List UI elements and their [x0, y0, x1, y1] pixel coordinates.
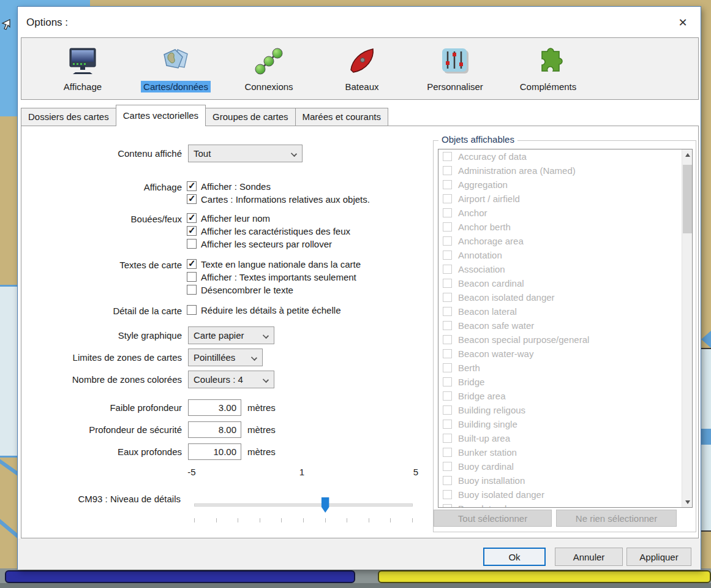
checkbox-icon: [443, 307, 452, 316]
close-icon[interactable]: ✕: [675, 15, 691, 30]
zones-colorees-select[interactable]: Couleurs : 4: [188, 371, 274, 388]
objects-groupbox-title: Objets affichables: [438, 134, 517, 145]
checkbox-textes-importants[interactable]: Afficher : Textes importants seulement: [187, 271, 356, 283]
list-item: Beacon special purpose/general: [438, 333, 692, 347]
list-item: Accuracy of data: [438, 149, 692, 164]
select-all-button: Tout sélectionner: [434, 510, 552, 527]
toolbar-item-complements[interactable]: Compléments: [502, 44, 595, 92]
slider-track[interactable]: [194, 503, 413, 507]
checkbox-icon: [187, 305, 197, 315]
eaux-profondes-label: Eaux profondes: [42, 447, 182, 457]
cm93-detail-slider[interactable]: [194, 497, 413, 517]
chart-piano-key-navy[interactable]: [5, 570, 355, 583]
group-label-affichage: Affichage: [42, 182, 182, 192]
toolbar-item-personnaliser[interactable]: Personnaliser: [408, 44, 502, 92]
zones-colorees-label: Nombre de zones colorées: [42, 374, 182, 385]
list-item: Beacon cardinal: [438, 276, 692, 290]
checkbox-icon: [443, 405, 452, 415]
checkbox-afficher-sondes[interactable]: Afficher : Sondes: [187, 180, 271, 192]
checkbox-reduire-details[interactable]: Réduire les détails à petite échelle: [187, 304, 340, 316]
checkbox-icon: [187, 213, 197, 223]
list-item: Buoy isolated danger: [438, 488, 692, 502]
toolbar-item-affichage[interactable]: Affichage: [36, 44, 129, 92]
list-item: Beacon water-way: [438, 347, 692, 361]
checkbox-secteurs-rollover[interactable]: Afficher les secteurs par rollover: [187, 238, 332, 250]
checkbox-icon: [443, 434, 452, 443]
scrollbar-thumb[interactable]: [683, 165, 692, 233]
dialog-footer: Ok Annuler Appliquer: [18, 538, 701, 570]
checkbox-icon: [443, 166, 452, 175]
list-item: Building religous: [438, 403, 692, 417]
checkbox-icon: [443, 152, 452, 161]
toolbar-label: Compléments: [517, 81, 579, 92]
checkbox-icon: [443, 335, 452, 344]
checkbox-icon: [443, 363, 452, 372]
checkbox-icon: [187, 226, 197, 236]
content-select-label: Contenu affiché: [42, 148, 182, 159]
list-item: Beacon safe water: [438, 318, 692, 333]
checkbox-desencombrer-texte[interactable]: Désencombrer le texte: [187, 284, 293, 296]
checkbox-texte-langue-nationale[interactable]: Texte en langue nationale dans la carte: [187, 258, 361, 270]
toolbar-label: Cartes/données: [141, 81, 211, 92]
profondeur-securite-input[interactable]: [188, 421, 241, 438]
tab-groupes-de-cartes[interactable]: Groupes de cartes: [205, 108, 295, 126]
tab-dossiers-des-cartes[interactable]: Dossiers des cartes: [21, 108, 116, 126]
eaux-profondes-unit: mètres: [247, 447, 276, 457]
list-item: Airport / airfield: [438, 192, 692, 206]
sliders-icon: [438, 44, 472, 78]
checkbox-icon: [443, 180, 452, 189]
charts-icon: [159, 44, 193, 78]
list-item: Buoy cardinal: [438, 459, 692, 473]
checkbox-icon: [443, 476, 452, 485]
chevron-down-icon: [291, 151, 297, 157]
map-water-right: [701, 429, 711, 445]
eaux-profondes-input[interactable]: [188, 443, 241, 460]
list-item: Bunker station: [438, 445, 692, 459]
slider-thumb[interactable]: [322, 497, 329, 513]
cancel-button[interactable]: Annuler: [555, 548, 623, 566]
checkbox-caracteristiques-feux[interactable]: Afficher les caractéristiques des feux: [187, 225, 350, 237]
apply-button[interactable]: Appliquer: [626, 548, 691, 566]
slider-max-label: 5: [413, 467, 418, 477]
list-item: Administration area (Named): [438, 164, 692, 178]
scroll-down-icon[interactable]: [682, 497, 693, 507]
faible-profondeur-input[interactable]: [188, 399, 241, 416]
tab-strip: Dossiers des cartes Cartes vectorielles …: [21, 106, 388, 126]
scroll-up-icon[interactable]: [682, 149, 693, 160]
scrollbar[interactable]: [682, 149, 692, 507]
checkbox-afficher-leur-nom[interactable]: Afficher leur nom: [187, 212, 270, 224]
chevron-down-icon: [263, 333, 269, 339]
ok-button[interactable]: Ok: [483, 548, 546, 566]
chart-piano-key-yellow[interactable]: [378, 570, 711, 583]
style-graphique-select[interactable]: Carte papier: [188, 326, 274, 344]
chevron-down-icon: [263, 377, 269, 383]
checkbox-icon: [187, 239, 197, 249]
checkbox-icon: [187, 272, 197, 282]
objects-list[interactable]: Accuracy of data Administration area (Na…: [438, 149, 693, 508]
list-item: Beacon isolated danger: [438, 290, 692, 304]
checkbox-icon: [187, 285, 197, 295]
checkbox-cartes-informations[interactable]: Cartes : Informations relatives aux obje…: [187, 193, 370, 205]
content-select[interactable]: Tout: [188, 145, 303, 162]
toolbar-item-cartes-donnees[interactable]: Cartes/données: [129, 44, 222, 92]
limites-zones-select[interactable]: Pointillées: [188, 349, 263, 366]
list-item: Anchorage area: [438, 234, 692, 248]
dialog-title: Options :: [26, 17, 68, 29]
checkbox-icon: [443, 194, 452, 203]
profondeur-securite-unit: mètres: [247, 424, 276, 435]
chevron-down-icon: [251, 355, 257, 361]
list-item: Beacon lateral: [438, 304, 692, 318]
connections-icon: [252, 44, 286, 78]
title-bar[interactable]: Options : ✕: [18, 7, 701, 37]
list-item: Anchor berth: [438, 220, 692, 234]
toolbar-item-connexions[interactable]: Connexions: [222, 44, 315, 92]
toolbar-item-bateaux[interactable]: Bateaux: [315, 44, 408, 92]
list-item: Association: [438, 262, 692, 276]
tab-cartes-vectorielles[interactable]: Cartes vectorielles: [116, 105, 206, 126]
list-item: Berth: [438, 361, 692, 375]
checkbox-icon: [443, 265, 452, 274]
toolbar-label: Personnaliser: [424, 81, 486, 92]
checkbox-icon: [443, 377, 452, 386]
options-toolbar: Affichage Cartes/données: [21, 37, 699, 100]
tab-marees-et-courants[interactable]: Marées et courants: [295, 108, 388, 126]
